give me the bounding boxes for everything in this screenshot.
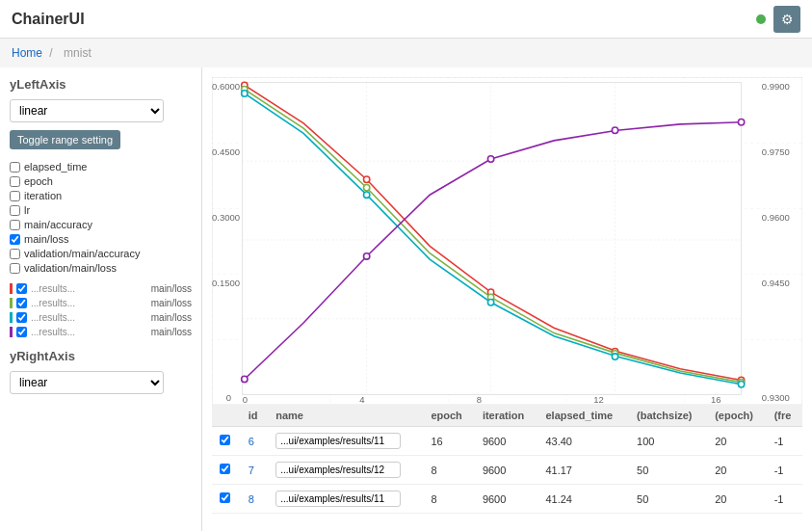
metric-checkbox-cb_epoch[interactable]	[10, 176, 20, 187]
col-header-elapsed-time: elapsed_time	[537, 405, 629, 427]
svg-point-37	[612, 354, 617, 359]
row-checkbox[interactable]	[220, 464, 230, 474]
metric-checkbox-cb_main_accuracy[interactable]	[10, 220, 20, 230]
table-row: 6 16 9600 43.40 100 20 -1	[212, 427, 802, 456]
metric-checkbox-item: main/accuracy	[10, 219, 192, 230]
col-header-epoch: epoch	[423, 405, 474, 427]
legend-row: ...results... main/loss	[10, 283, 192, 294]
row-checkbox-cell	[212, 485, 241, 514]
svg-text:0.9750: 0.9750	[762, 146, 790, 157]
app-header: ChainerUI ⚙	[0, 0, 812, 39]
row-name-input[interactable]	[275, 491, 401, 507]
row-id-link[interactable]: 7	[249, 465, 254, 476]
toggle-range-button[interactable]: Toggle range setting	[10, 130, 120, 149]
svg-point-41	[487, 156, 493, 162]
chart-area: 0.6000 0.4500 0.3000 0.1500 0 0.9900 0.9…	[202, 67, 812, 531]
row-name-cell	[268, 456, 423, 485]
svg-point-35	[363, 192, 369, 198]
legend-checkbox[interactable]	[16, 283, 27, 294]
svg-text:12: 12	[593, 394, 604, 405]
svg-point-40	[363, 253, 369, 259]
metric-checkbox-cb_lr[interactable]	[10, 205, 20, 216]
metric-checkbox-cb_iteration[interactable]	[10, 191, 20, 201]
status-indicator	[756, 14, 766, 24]
header-right: ⚙	[756, 6, 800, 33]
metric-checkbox-item: lr	[10, 204, 192, 216]
svg-point-43	[738, 119, 744, 125]
row-freq-cell: -1	[767, 456, 802, 485]
row-id-link[interactable]: 8	[249, 493, 254, 505]
breadcrumb-home[interactable]: Home	[12, 46, 42, 60]
legend-rows: ...results... main/loss ...results... ma…	[10, 283, 192, 337]
metric-checkbox-label: validation/main/accuracy	[24, 248, 140, 259]
row-freq-cell: -1	[767, 427, 802, 456]
row-id-link[interactable]: 6	[249, 436, 254, 447]
metric-checkbox-item: epoch	[10, 175, 192, 187]
svg-point-30	[363, 185, 369, 191]
svg-text:4: 4	[359, 394, 365, 405]
row-iteration-cell: 9600	[475, 427, 538, 456]
svg-text:0.6000: 0.6000	[212, 81, 240, 92]
row-freq-cell: -1	[767, 485, 802, 514]
metric-checkbox-cb_val_main_loss[interactable]	[10, 263, 20, 274]
y-left-scale-select[interactable]: linear log	[10, 99, 164, 122]
col-header-id: id	[241, 405, 268, 427]
row-epoch2-cell: 20	[707, 485, 767, 514]
row-elapsed-time-cell: 41.24	[537, 485, 629, 514]
metric-checkbox-cb_val_main_accuracy[interactable]	[10, 249, 20, 259]
y-left-axis-section-title: yLeftAxis	[10, 77, 192, 92]
legend-path: ...results...	[31, 312, 147, 323]
metric-checkbox-label: validation/main/loss	[24, 262, 117, 274]
legend-metric: main/loss	[151, 312, 192, 323]
svg-text:0.1500: 0.1500	[212, 278, 240, 288]
metric-checkbox-item: validation/main/accuracy	[10, 248, 192, 259]
table-row: 7 8 9600 41.17 50 20 -1	[212, 456, 802, 485]
metric-checkbox-label: iteration	[24, 190, 62, 201]
row-id-cell: 8	[241, 485, 268, 514]
metric-checkbox-cb_main_loss[interactable]	[10, 234, 20, 245]
legend-checkbox[interactable]	[16, 312, 27, 323]
legend-path: ...results...	[31, 283, 147, 294]
row-batchsize-cell: 50	[629, 456, 707, 485]
row-checkbox[interactable]	[220, 435, 230, 445]
metric-checkbox-label: lr	[24, 204, 30, 216]
legend-checkbox[interactable]	[16, 327, 27, 337]
metric-checkbox-label: epoch	[24, 175, 53, 187]
metric-checkbox-label: main/accuracy	[24, 219, 92, 230]
chart-svg: 0.6000 0.4500 0.3000 0.1500 0 0.9900 0.9…	[212, 77, 802, 405]
legend-checkbox[interactable]	[16, 298, 27, 308]
metric-checkbox-list: elapsed_timeepochiterationlrmain/accurac…	[10, 161, 192, 274]
table-header-row: id name epoch iteration elapsed_time (ba…	[212, 405, 802, 427]
row-checkbox-cell	[212, 456, 241, 485]
row-iteration-cell: 9600	[475, 485, 538, 514]
legend-row: ...results... main/loss	[10, 312, 192, 323]
col-header-epoch2: (epoch)	[707, 405, 767, 427]
row-checkbox[interactable]	[220, 492, 230, 503]
row-checkbox-cell	[212, 427, 241, 456]
breadcrumb-current: mnist	[64, 46, 92, 60]
metric-checkbox-label: elapsed_time	[24, 161, 87, 173]
legend-metric: main/loss	[151, 327, 192, 337]
row-name-input[interactable]	[275, 462, 401, 478]
svg-point-39	[242, 376, 248, 382]
svg-text:16: 16	[711, 394, 721, 405]
metric-checkbox-cb_elapsed_time[interactable]	[10, 162, 20, 173]
row-epoch-cell: 8	[423, 456, 474, 485]
row-iteration-cell: 9600	[475, 456, 538, 485]
svg-point-38	[738, 382, 744, 387]
metric-checkbox-label: main/loss	[24, 233, 68, 245]
col-header-name: name	[268, 405, 423, 427]
col-header-iteration: iteration	[475, 405, 538, 427]
row-name-input[interactable]	[275, 433, 401, 449]
chart-container: 0.6000 0.4500 0.3000 0.1500 0 0.9900 0.9…	[212, 77, 802, 405]
svg-text:0.9900: 0.9900	[762, 81, 790, 92]
legend-metric: main/loss	[151, 283, 192, 294]
y-right-scale-select[interactable]: linear log	[10, 371, 164, 394]
row-id-cell: 7	[241, 456, 268, 485]
row-name-cell	[268, 427, 423, 456]
svg-point-34	[242, 91, 248, 96]
col-header-checkbox	[212, 405, 241, 427]
settings-button[interactable]: ⚙	[773, 6, 800, 33]
app-title: ChainerUI	[12, 11, 85, 28]
svg-rect-17	[243, 82, 742, 394]
